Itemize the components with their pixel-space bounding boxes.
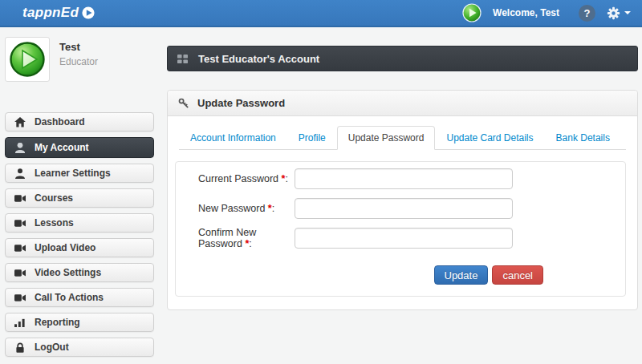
sidebar-item-label: Learner Settings — [35, 168, 111, 179]
page-title: Test Educator's Account — [198, 53, 319, 65]
tab-update-password[interactable]: Update Password — [337, 126, 436, 150]
settings-menu-button[interactable] — [607, 6, 631, 20]
video-camera-icon — [14, 269, 26, 277]
brand-logo[interactable]: tappnEd — [22, 5, 95, 21]
play-button-avatar-icon — [9, 41, 46, 78]
user-icon — [14, 168, 26, 179]
new-password-label: New Password *: — [176, 203, 295, 214]
gear-icon — [607, 6, 620, 20]
help-question-mark: ? — [584, 7, 591, 19]
account-tabs: Account Information Profile Update Passw… — [179, 126, 626, 150]
new-password-input[interactable] — [295, 198, 513, 219]
sidebar-item-dashboard[interactable]: Dashboard — [5, 112, 154, 131]
form-row-current-password: Current Password *: — [176, 168, 625, 189]
profile-role: Educator — [59, 56, 98, 67]
tab-account-information[interactable]: Account Information — [179, 126, 287, 150]
grid-icon — [177, 54, 188, 64]
sidebar-item-upload-video[interactable]: Upload Video — [5, 238, 154, 257]
sidebar-item-courses[interactable]: Courses — [5, 188, 154, 208]
profile-card: Test Educator — [5, 37, 154, 82]
sidebar-item-label: Call To Actions — [35, 292, 104, 303]
sidebar-item-logout[interactable]: LogOut — [5, 338, 154, 357]
update-button[interactable]: Update — [434, 265, 489, 285]
video-camera-icon — [14, 194, 26, 203]
form-actions: Update cancel — [176, 265, 625, 285]
home-icon — [14, 117, 26, 127]
confirm-new-password-label: Confirm New Password *: — [176, 227, 295, 249]
sidebar-menu: Dashboard My Account Learner Settings Co… — [0, 112, 160, 357]
lock-icon — [14, 342, 26, 353]
sidebar-item-my-account[interactable]: My Account — [5, 137, 154, 158]
video-camera-icon — [14, 293, 26, 302]
form-row-new-password: New Password *: — [176, 198, 625, 219]
page-title-bar: Test Educator's Account — [167, 46, 638, 71]
welcome-text: Welcome, Test — [493, 7, 559, 18]
panel-header: Update Password — [168, 91, 637, 116]
video-camera-icon — [14, 219, 26, 228]
bar-chart-icon — [14, 317, 26, 327]
current-password-input[interactable] — [295, 168, 513, 189]
top-header: tappnEd Welcome, Test ? — [0, 0, 642, 27]
key-icon — [178, 98, 189, 109]
sidebar-item-label: Lessons — [35, 217, 74, 229]
video-camera-icon — [14, 244, 26, 253]
profile-avatar — [5, 37, 50, 82]
sidebar-item-label: My Account — [35, 142, 89, 153]
sidebar-item-learner-settings[interactable]: Learner Settings — [5, 164, 154, 183]
panel-title: Update Password — [197, 97, 285, 109]
current-password-label: Current Password *: — [176, 173, 295, 184]
sidebar-item-label: LogOut — [35, 342, 69, 353]
sidebar-item-call-to-actions[interactable]: Call To Actions — [5, 288, 154, 307]
user-icon — [14, 143, 26, 153]
cancel-button[interactable]: cancel — [492, 265, 543, 285]
sidebar-item-video-settings[interactable]: Video Settings — [5, 263, 154, 282]
confirm-new-password-input[interactable] — [295, 228, 513, 249]
sidebar-item-lessons[interactable]: Lessons — [5, 213, 154, 233]
update-password-form: Current Password *: New Password *: Conf… — [175, 161, 626, 297]
user-avatar-icon — [462, 3, 482, 22]
sidebar-item-label: Reporting — [35, 317, 80, 328]
help-button[interactable]: ? — [579, 5, 595, 22]
form-row-confirm-new-password: Confirm New Password *: — [176, 228, 625, 249]
profile-name: Test — [59, 41, 98, 53]
sidebar-item-reporting[interactable]: Reporting — [5, 313, 154, 332]
sidebar-item-label: Upload Video — [35, 242, 95, 253]
main-content: Test Educator's Account Update Password … — [167, 29, 638, 310]
brand-play-icon — [82, 6, 95, 19]
brand-text: tappnEd — [22, 5, 79, 21]
tab-profile[interactable]: Profile — [287, 126, 337, 150]
sidebar-item-label: Dashboard — [35, 116, 85, 127]
update-password-panel: Update Password Account Information Prof… — [167, 90, 638, 310]
sidebar-item-label: Video Settings — [35, 267, 101, 278]
sidebar-item-label: Courses — [35, 192, 73, 204]
chevron-down-icon — [624, 11, 631, 14]
tab-update-card-details[interactable]: Update Card Details — [435, 126, 544, 150]
sidebar: Test Educator Dashboard My Account Learn… — [0, 29, 160, 364]
tab-bank-details[interactable]: Bank Details — [545, 126, 621, 150]
